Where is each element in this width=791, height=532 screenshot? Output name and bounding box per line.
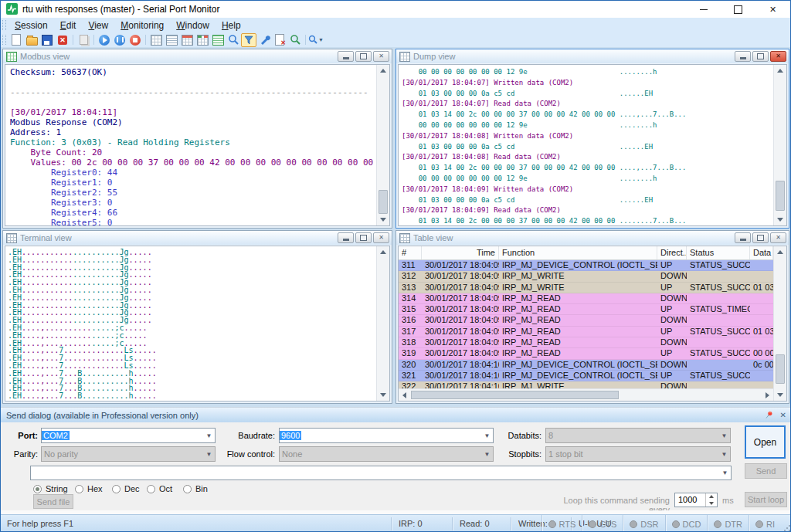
dump-restore-button[interactable] bbox=[752, 51, 769, 62]
menu-window[interactable]: Window bbox=[170, 19, 216, 32]
table-row[interactable]: 31930/01/2017 18:04:09IRP_MJ_READUPSTATU… bbox=[399, 348, 773, 359]
table-header[interactable]: # Time Function Direct... Status Data bbox=[399, 246, 773, 260]
col-direction[interactable]: Direct... bbox=[657, 246, 687, 259]
panel-close-icon[interactable]: ✕ bbox=[780, 411, 786, 419]
scroll-down-icon[interactable] bbox=[377, 389, 389, 401]
scroll-thumb[interactable] bbox=[379, 190, 388, 214]
table-vscrollbar[interactable] bbox=[773, 246, 786, 401]
radio-string[interactable]: String bbox=[33, 484, 68, 493]
table-hscrollbar[interactable] bbox=[399, 388, 773, 401]
table-row[interactable]: 31730/01/2017 18:04:09IRP_MJ_READUPSTATU… bbox=[399, 327, 773, 337]
loop-interval-spinner[interactable]: 1000 bbox=[674, 493, 718, 507]
open-session-icon[interactable] bbox=[24, 33, 39, 47]
col-number[interactable]: # bbox=[399, 246, 422, 259]
table-row[interactable]: 32130/01/2017 18:04:10IRP_MJ_DEVICE_CONT… bbox=[399, 371, 773, 381]
table-row[interactable]: 31130/01/2017 18:04:09IRP_MJ_DEVICE_CONT… bbox=[399, 260, 773, 271]
dump-close-button[interactable]: ✕ bbox=[770, 51, 786, 62]
dump-view-icon[interactable] bbox=[179, 33, 195, 47]
dump-vscrollbar[interactable] bbox=[773, 65, 786, 225]
modbus-view-titlebar[interactable]: Modbus view ✕ bbox=[3, 49, 392, 63]
col-status[interactable]: Status bbox=[687, 246, 750, 259]
start-monitoring-icon[interactable] bbox=[97, 33, 112, 47]
scroll-right-icon[interactable] bbox=[762, 389, 773, 401]
radio-oct[interactable]: Oct bbox=[147, 484, 172, 493]
modbus-view-icon[interactable] bbox=[195, 33, 210, 47]
pin-icon[interactable]: 📍 bbox=[762, 408, 776, 421]
modbus-restore-button[interactable] bbox=[355, 51, 372, 62]
close-session-icon[interactable]: ✕ bbox=[55, 33, 70, 47]
toolbar-grip[interactable] bbox=[2, 35, 6, 45]
terminal-restore-button[interactable] bbox=[355, 232, 372, 243]
table-view-titlebar[interactable]: Table view ✕ bbox=[396, 231, 789, 245]
table-row[interactable]: 31830/01/2017 18:04:09IRP_MJ_READDOWN bbox=[399, 337, 773, 348]
resize-grip[interactable] bbox=[783, 524, 791, 532]
open-button[interactable]: Open bbox=[745, 425, 786, 459]
radio-bin[interactable]: Bin bbox=[183, 484, 208, 493]
scroll-down-icon[interactable] bbox=[377, 214, 389, 225]
flow-control-combo[interactable]: None ▼ bbox=[279, 446, 494, 462]
chevron-down-icon[interactable]: ▼ bbox=[718, 451, 730, 458]
search-menu-icon[interactable]: ▼ bbox=[308, 33, 324, 47]
col-data[interactable]: Data bbox=[750, 246, 773, 259]
table-row[interactable]: 31630/01/2017 18:04:09IRP_MJ_READDOWN bbox=[399, 315, 773, 326]
terminal-vscrollbar[interactable] bbox=[376, 246, 389, 401]
maximize-button[interactable] bbox=[721, 1, 755, 18]
menu-help[interactable]: Help bbox=[216, 19, 247, 32]
scroll-up-icon[interactable] bbox=[377, 65, 389, 76]
search-zoom-icon[interactable] bbox=[287, 33, 303, 47]
databits-combo[interactable]: 8 ▼ bbox=[545, 428, 731, 443]
table-row[interactable]: 31230/01/2017 18:04:09IRP_MJ_WRITEDOWN bbox=[399, 271, 773, 282]
terminal-minimize-button[interactable] bbox=[338, 232, 354, 243]
table-restore-button[interactable] bbox=[752, 232, 769, 243]
scroll-left-icon[interactable] bbox=[399, 389, 410, 401]
scroll-up-icon[interactable] bbox=[377, 246, 389, 258]
send-file-button[interactable]: Send file bbox=[33, 494, 73, 509]
pause-monitoring-icon[interactable] bbox=[112, 33, 127, 47]
spinner-down-icon[interactable] bbox=[706, 500, 717, 507]
minimize-button[interactable] bbox=[686, 1, 721, 18]
col-time[interactable]: Time bbox=[422, 246, 499, 259]
menu-view[interactable]: View bbox=[82, 19, 114, 32]
modbus-minimize-button[interactable] bbox=[338, 51, 354, 62]
table-minimize-button[interactable] bbox=[735, 232, 751, 243]
filter-icon[interactable] bbox=[241, 33, 256, 47]
parity-combo[interactable]: No parity ▼ bbox=[41, 446, 216, 462]
table-row[interactable]: 32230/01/2017 18:04:10IRP_MJ_WRITEDOWN bbox=[399, 381, 773, 388]
table-row[interactable]: 31330/01/2017 18:04:09IRP_MJ_WRITEUPSTAT… bbox=[399, 283, 773, 293]
search-icon[interactable] bbox=[226, 33, 241, 47]
send-message-input[interactable]: ▼ bbox=[30, 466, 732, 480]
spinner-up-icon[interactable] bbox=[706, 493, 717, 500]
port-combo[interactable]: COM2 ▼ bbox=[41, 428, 216, 443]
send-button[interactable]: Send bbox=[745, 463, 787, 479]
chevron-down-icon[interactable]: ▼ bbox=[718, 432, 730, 439]
scroll-thumb[interactable] bbox=[776, 181, 785, 211]
scroll-down-icon[interactable] bbox=[774, 214, 786, 225]
chevron-down-icon[interactable]: ▼ bbox=[203, 432, 215, 439]
terminal-view-icon[interactable] bbox=[210, 33, 226, 47]
col-function[interactable]: Function bbox=[499, 246, 657, 259]
dump-view-titlebar[interactable]: Dump view ✕ bbox=[396, 49, 789, 63]
table-row[interactable]: 32030/01/2017 18:04:10IRP_MJ_DEVICE_CONT… bbox=[399, 360, 773, 371]
table-row[interactable]: 31430/01/2017 18:04:09IRP_MJ_READDOWN bbox=[399, 293, 773, 304]
setup-highlight-icon[interactable] bbox=[256, 33, 272, 47]
table-row[interactable]: 31530/01/2017 18:04:09IRP_MJ_READUPSTATU… bbox=[399, 304, 773, 315]
radio-dec[interactable]: Dec bbox=[112, 484, 140, 493]
scroll-up-icon[interactable] bbox=[774, 246, 786, 258]
scroll-down-icon[interactable] bbox=[774, 389, 786, 401]
scroll-thumb[interactable] bbox=[776, 354, 785, 384]
radio-hex[interactable]: Hex bbox=[75, 484, 103, 493]
start-loop-button[interactable]: Start loop bbox=[745, 492, 787, 507]
baudrate-combo[interactable]: 9600 ▼ bbox=[279, 428, 494, 443]
scroll-up-icon[interactable] bbox=[774, 65, 786, 76]
dump-minimize-button[interactable] bbox=[735, 51, 751, 62]
menu-edit[interactable]: Edit bbox=[54, 19, 83, 32]
scroll-thumb[interactable] bbox=[411, 391, 619, 399]
menubar-grip[interactable] bbox=[2, 20, 6, 30]
table-close-button[interactable]: ✕ bbox=[770, 232, 786, 243]
table-view-icon[interactable] bbox=[148, 33, 164, 47]
modbus-vscrollbar[interactable] bbox=[376, 65, 389, 225]
reopen-session-icon[interactable] bbox=[76, 33, 91, 47]
chevron-down-icon[interactable]: ▼ bbox=[719, 469, 731, 476]
menu-monitoring[interactable]: Monitoring bbox=[114, 19, 170, 32]
modbus-close-button[interactable]: ✕ bbox=[373, 51, 389, 62]
